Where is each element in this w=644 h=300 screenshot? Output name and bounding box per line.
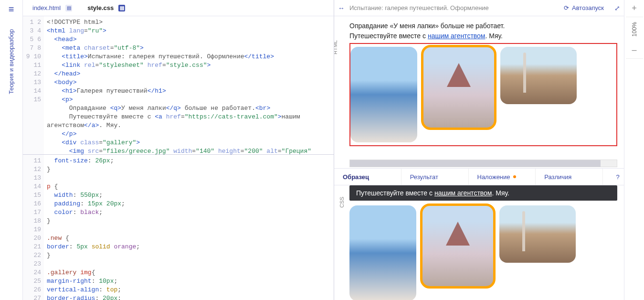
- tab-result[interactable]: Результат: [401, 169, 469, 185]
- css-editor[interactable]: 11 12 13 14 15 16 17 18 19 20 21 22 23 2…: [23, 155, 334, 300]
- menu-icon[interactable]: ≡: [9, 4, 14, 15]
- tab-label: index.html: [32, 4, 61, 11]
- zoom-in-button[interactable]: +: [626, 0, 643, 17]
- zoom-out-button[interactable]: –: [626, 42, 643, 59]
- preview-text: Оправдание «У меня лапки» больше не рабо…: [349, 21, 617, 41]
- preview-column: ↔ Испытание: галерея путешествий. Оформл…: [334, 0, 624, 300]
- image-greece: [349, 205, 416, 300]
- editor-tabs: index.html ▤ style.css ▤: [23, 0, 334, 16]
- image-greece: [350, 47, 417, 142]
- zoom-percent: 100%: [631, 17, 638, 42]
- line-gutter: 11 12 13 14 15 16 17 18 19 20 21 22 23 2…: [23, 155, 44, 300]
- sample-paragraph: Путешествуйте вместе с нашим агентством.…: [349, 185, 617, 201]
- theory-link[interactable]: Теория и видеоразбор: [8, 29, 15, 94]
- horizontal-scrollbar[interactable]: [349, 160, 617, 167]
- result-tabs: Образец Результат Наложение Различия ?: [334, 168, 624, 185]
- tab-overlay[interactable]: Наложение: [469, 169, 536, 185]
- image-turkey: [500, 47, 577, 104]
- autoplay-button[interactable]: ⟳ Автозапуск: [564, 4, 604, 11]
- tab-help[interactable]: ?: [603, 169, 624, 185]
- image-japan: [422, 205, 494, 287]
- tab-sample[interactable]: Образец: [334, 169, 401, 185]
- autoplay-label: Автозапуск: [572, 4, 604, 11]
- tab-label: style.css: [87, 4, 114, 11]
- tab-index-html[interactable]: index.html ▤: [25, 0, 80, 16]
- agency-link[interactable]: нашим агентством: [434, 189, 492, 197]
- expand-icon[interactable]: ⤢: [614, 4, 620, 12]
- gallery-sample: [349, 205, 617, 300]
- split-icon[interactable]: ▤: [118, 5, 125, 11]
- tab-style-css[interactable]: style.css ▤: [80, 0, 133, 16]
- left-rail: ≡ Теория и видеоразбор: [0, 0, 23, 300]
- split-icon[interactable]: ▤: [65, 5, 72, 11]
- right-rail: + 100% –: [624, 0, 644, 300]
- sample-body: CSS Путешествуйте вместе с нашим агентст…: [334, 185, 624, 300]
- preview-title: Испытание: галерея путешествий. Оформлен…: [349, 4, 489, 11]
- gallery: [350, 47, 616, 142]
- image-japan: [423, 47, 495, 128]
- play-icon: ⟳: [564, 4, 569, 11]
- html-side-label: HTML: [334, 40, 338, 54]
- css-side-label: CSS: [339, 197, 345, 208]
- tab-diff[interactable]: Различия: [536, 169, 603, 185]
- code-column: index.html ▤ style.css ▤ 1 2 3 4 5 6 7 8…: [23, 0, 334, 300]
- image-turkey: [499, 205, 576, 263]
- preview-header: ↔ Испытание: галерея путешествий. Оформл…: [334, 0, 624, 16]
- preview-body: HTML Оправдание «У меня лапки» больше не…: [334, 16, 624, 158]
- line-gutter: 1 2 3 4 5 6 7 8 9 10 11 12 13 14 15: [23, 16, 44, 154]
- diff-highlight: [349, 43, 617, 146]
- indicator-dot-icon: [513, 175, 516, 178]
- html-editor[interactable]: 1 2 3 4 5 6 7 8 9 10 11 12 13 14 15 <!DO…: [23, 16, 334, 155]
- agency-link[interactable]: нашим агентством: [428, 32, 486, 40]
- code-area[interactable]: font-size: 26px; } p { width: 550px; pad…: [44, 155, 334, 300]
- drag-handle-icon[interactable]: ↔: [338, 4, 345, 12]
- code-area[interactable]: <!DOCTYPE html> <html lang="ru"> <head> …: [44, 16, 334, 154]
